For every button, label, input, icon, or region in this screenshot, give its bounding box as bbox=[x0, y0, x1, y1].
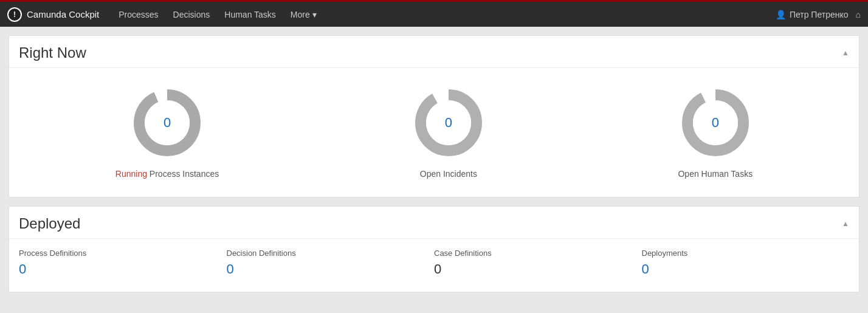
stat-open-human-tasks: 0 Open Human Tasks bbox=[678, 86, 753, 179]
deployed-process-definitions-value[interactable]: 0 bbox=[19, 261, 227, 277]
donut-incidents: 0 bbox=[412, 86, 485, 159]
stat-running-label-highlight: Running bbox=[115, 169, 147, 179]
donut-human-tasks-value: 0 bbox=[712, 115, 719, 131]
user-label: Петр Петренко bbox=[790, 10, 849, 19]
right-now-body: 0 Running Process Instances 0 Open Incid… bbox=[9, 68, 859, 197]
stat-running-process-instances: 0 Running Process Instances bbox=[115, 86, 219, 179]
donut-running: 0 bbox=[131, 86, 204, 159]
nav-more-arrow: ▾ bbox=[312, 10, 317, 19]
nav-processes[interactable]: Processes bbox=[111, 1, 165, 28]
navbar-nav: Processes Decisions Human Tasks More ▾ bbox=[111, 1, 324, 28]
deployed-panel: Deployed ▲ Process Definitions 0 Decisio… bbox=[9, 206, 859, 292]
deployed-title: Deployed bbox=[19, 215, 80, 232]
stat-human-tasks-label: Open Human Tasks bbox=[678, 169, 753, 179]
brand-icon: ! bbox=[7, 7, 22, 22]
deployed-process-definitions: Process Definitions 0 bbox=[19, 249, 227, 277]
main-content: Right Now ▲ 0 Running Process Instances bbox=[0, 27, 868, 301]
deployed-decision-definitions: Decision Definitions 0 bbox=[227, 249, 435, 277]
deployed-header: Deployed ▲ bbox=[9, 207, 859, 239]
nav-more-label: More bbox=[291, 10, 310, 19]
deployed-deployments-value[interactable]: 0 bbox=[642, 261, 850, 277]
deployed-deployments: Deployments 0 bbox=[642, 249, 850, 277]
deployed-process-definitions-label: Process Definitions bbox=[19, 249, 227, 258]
stat-open-incidents: 0 Open Incidents bbox=[412, 86, 485, 179]
donut-human-tasks: 0 bbox=[679, 86, 752, 159]
nav-more[interactable]: More ▾ bbox=[283, 1, 324, 28]
deployed-decision-definitions-label: Decision Definitions bbox=[227, 249, 435, 258]
stat-running-label: Running Process Instances bbox=[115, 169, 219, 179]
right-now-panel: Right Now ▲ 0 Running Process Instances bbox=[9, 35, 859, 198]
donut-incidents-value: 0 bbox=[445, 115, 452, 131]
nav-decisions[interactable]: Decisions bbox=[166, 1, 218, 28]
deployed-decision-definitions-value[interactable]: 0 bbox=[227, 261, 435, 277]
deployed-case-definitions-value: 0 bbox=[434, 261, 642, 277]
navbar-brand[interactable]: ! Camunda Cockpit bbox=[7, 7, 99, 22]
home-icon[interactable]: ⌂ bbox=[856, 10, 861, 19]
stat-incidents-label: Open Incidents bbox=[420, 169, 477, 179]
deployed-deployments-label: Deployments bbox=[642, 249, 850, 258]
nav-human-tasks[interactable]: Human Tasks bbox=[217, 1, 283, 28]
user-icon: 👤 bbox=[776, 10, 786, 19]
donut-running-value: 0 bbox=[164, 115, 171, 131]
navbar: ! Camunda Cockpit Processes Decisions Hu… bbox=[0, 0, 868, 27]
deployed-body: Process Definitions 0 Decision Definitio… bbox=[9, 239, 859, 292]
navbar-right: 👤 Петр Петренко ⌂ bbox=[776, 10, 861, 19]
brand-name: Camunda Cockpit bbox=[27, 9, 99, 19]
right-now-title: Right Now bbox=[19, 44, 86, 61]
navbar-user[interactable]: 👤 Петр Петренко bbox=[776, 10, 849, 19]
deployed-case-definitions: Case Definitions 0 bbox=[434, 249, 642, 277]
right-now-collapse-icon[interactable]: ▲ bbox=[842, 49, 849, 57]
deployed-case-definitions-label: Case Definitions bbox=[434, 249, 642, 258]
right-now-header: Right Now ▲ bbox=[9, 36, 859, 68]
deployed-collapse-icon[interactable]: ▲ bbox=[842, 219, 849, 228]
